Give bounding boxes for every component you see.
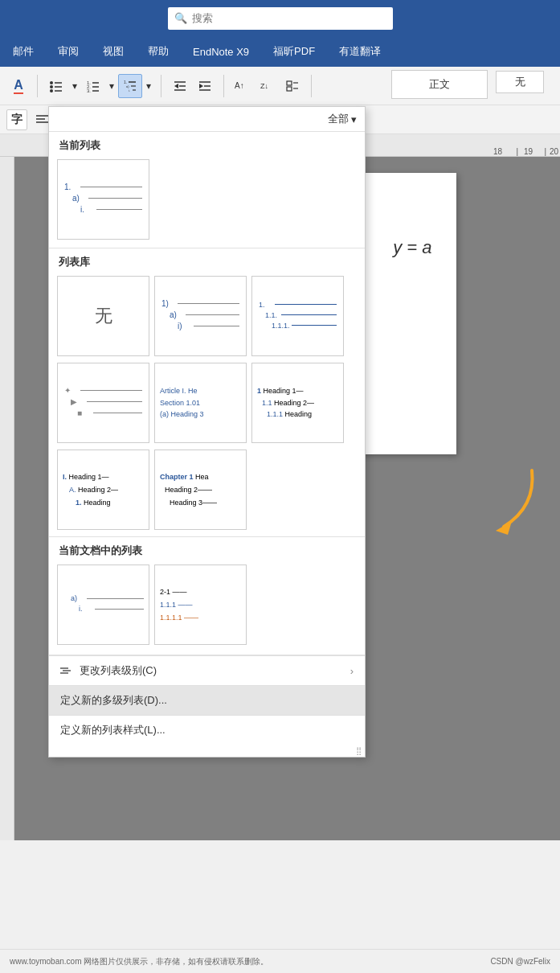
list-button-group: ▾ 1.2.3. ▾ 1.a)i. ▾: [44, 74, 154, 98]
sort-btn[interactable]: A↑: [231, 74, 255, 98]
font-icon-btn[interactable]: A: [6, 74, 31, 98]
line-2a: a): [161, 310, 239, 319]
chapter-line2: Heading 2——: [160, 483, 212, 496]
style-label: 正文: [429, 77, 450, 92]
line-2b: 1.1.: [259, 311, 337, 319]
menu-endnote[interactable]: EndNote X9: [188, 43, 254, 61]
bullet-line-2: ▶: [64, 397, 142, 406]
footer-left: www.toymoban.com 网络图片仅供展示，非存储，如有侵权请联系删除。: [10, 956, 268, 967]
article-line: Article I. He: [160, 385, 198, 396]
define-new-multilevel-btn[interactable]: 定义新的多级列表(D)...: [49, 685, 365, 715]
format-btn[interactable]: [280, 74, 305, 98]
chevron-down-icon: ▾: [351, 113, 357, 125]
search-icon: 🔍: [174, 12, 187, 24]
bullet-list-dropdown[interactable]: ▾: [69, 74, 80, 98]
change-level-btn[interactable]: 更改列表级别(C) ›: [49, 655, 365, 685]
menu-foxit[interactable]: 福昕PDF: [268, 41, 320, 62]
style-selector[interactable]: 正文: [391, 70, 488, 99]
doc-list-item-1[interactable]: a) i.: [57, 565, 149, 645]
svg-marker-23: [199, 84, 203, 88]
svg-marker-19: [174, 84, 178, 88]
svg-text:i.: i.: [129, 88, 130, 92]
search-box[interactable]: 🔍: [168, 7, 393, 30]
indent-group: [168, 74, 217, 98]
dropdown-panel: 全部 ▾ 当前列表 1. a) i. 列表库 无: [48, 106, 366, 757]
list-style-article[interactable]: Article I. He Section 1.01 (a) Heading 3: [154, 363, 247, 443]
chevron-right-icon: ›: [350, 665, 354, 677]
doc-line-2: i.: [63, 605, 144, 613]
current-list-box[interactable]: 1. a) i.: [57, 159, 149, 240]
list-line-2: a): [64, 194, 142, 203]
roman-line2: A. Heading 2—: [63, 483, 118, 496]
list-style-numbered-heading[interactable]: 1 Heading 1— 1.1 Heading 2— 1.1.1 Headin…: [251, 363, 344, 443]
list-style-chapter[interactable]: Chapter 1 Hea Heading 2—— Heading 3——: [154, 450, 247, 530]
all-label: 全部: [328, 112, 349, 126]
h1-line: 1 Heading 1—: [257, 385, 304, 396]
list-style-roman[interactable]: I. Heading 1— A. Heading 2— 1. Heading: [57, 450, 149, 530]
library-header: 列表库: [49, 248, 365, 273]
search-input[interactable]: [192, 12, 386, 24]
dropdown-top: 全部 ▾: [49, 107, 365, 132]
svg-text:3.: 3.: [87, 88, 91, 93]
numbered-list-dropdown[interactable]: ▾: [106, 74, 117, 98]
sort-group: A↑ Z↓: [231, 74, 305, 98]
doc-list-header: 当前文档中的列表: [49, 537, 365, 561]
top-bar: 🔍: [0, 0, 560, 36]
menu-view[interactable]: 视图: [98, 41, 129, 62]
define-new-style-btn[interactable]: 定义新的列表样式(L)...: [49, 715, 365, 745]
define-style-label: 定义新的列表样式(L)...: [60, 723, 166, 737]
library-grid-row3: I. Heading 1— A. Heading 2— 1. Heading C…: [49, 450, 365, 536]
library-grid: 无 1) a) i) 1. 1.1.: [49, 273, 365, 363]
line-1a: 1): [161, 299, 239, 308]
resize-handle: ⣿: [49, 745, 365, 757]
list-line-1: 1.: [64, 183, 142, 191]
change-level-label: 更改列表级别(C): [80, 663, 157, 678]
doc-list-item-2[interactable]: 2-1 —— 1.1.1 —— 1.1.1.1 ——: [154, 565, 247, 645]
sort-asc-btn[interactable]: Z↓: [255, 74, 280, 98]
list-style-3[interactable]: 1. 1.1. 1.1.1.: [251, 276, 344, 356]
list-style-2[interactable]: 1) a) i): [154, 276, 247, 356]
section-line: Section 1.01: [160, 397, 200, 408]
doc-21-line: 2-1 ——: [160, 585, 187, 598]
svg-point-2: [50, 85, 53, 88]
menu-review[interactable]: 审阅: [53, 41, 84, 62]
menu-youdao[interactable]: 有道翻译: [334, 41, 386, 62]
all-dropdown-btn[interactable]: 全部 ▾: [328, 112, 357, 126]
doc-line-1: a): [63, 594, 144, 602]
roman-line1: I. Heading 1—: [63, 470, 109, 483]
math-formula: y = a: [393, 237, 431, 258]
library-grid-row2: ✦ ▶ ■ Article I. He Section 1.01 (a) Hea…: [49, 363, 365, 450]
line-1b: 1.: [259, 301, 337, 309]
footer: www.toymoban.com 网络图片仅供展示，非存储，如有侵权请联系删除。…: [0, 949, 560, 973]
list-line-3: i.: [64, 205, 142, 214]
no-style-label: 无: [496, 71, 544, 93]
numbered-list-btn[interactable]: 1.2.3.: [81, 74, 105, 98]
separator3: [223, 75, 224, 97]
multilevel-list-btn[interactable]: 1.a)i.: [118, 74, 142, 98]
doc-list-grid: a) i. 2-1 —— 1.1.1 —— 1.1.1.1 ——: [49, 561, 365, 651]
separator4: [311, 75, 312, 97]
decrease-indent-btn[interactable]: [168, 74, 192, 98]
line-3b: 1.1.1.: [259, 322, 337, 330]
svg-point-4: [50, 89, 53, 92]
no-list-item[interactable]: 无: [57, 276, 149, 356]
svg-point-0: [50, 81, 53, 84]
footer-right: CSDN @wzFelix: [490, 957, 550, 966]
svg-rect-28: [287, 81, 292, 85]
chapter-line3: Heading 3——: [160, 496, 217, 509]
menu-bar: 邮件 审阅 视图 帮助 EndNote X9 福昕PDF 有道翻译: [0, 36, 560, 67]
menu-help[interactable]: 帮助: [143, 41, 174, 62]
svg-text:A↑: A↑: [235, 81, 244, 90]
list-style-bullets[interactable]: ✦ ▶ ■: [57, 363, 149, 443]
multilevel-list-dropdown[interactable]: ▾: [143, 74, 154, 98]
bullet-list-btn[interactable]: [44, 74, 68, 98]
svg-rect-30: [287, 87, 292, 91]
char-style-icon[interactable]: 字: [6, 109, 27, 130]
increase-indent-btn[interactable]: [193, 74, 217, 98]
chapter-line1: Chapter 1 Hea: [160, 470, 209, 483]
toolbar-row1: A ▾ 1.2.3. ▾ 1.a)i. ▾ A↑ Z↓: [0, 67, 560, 105]
left-ruler: [0, 157, 14, 840]
no-list-label: 无: [95, 304, 112, 328]
current-list-header: 当前列表: [49, 132, 365, 156]
menu-mail[interactable]: 邮件: [8, 41, 39, 62]
